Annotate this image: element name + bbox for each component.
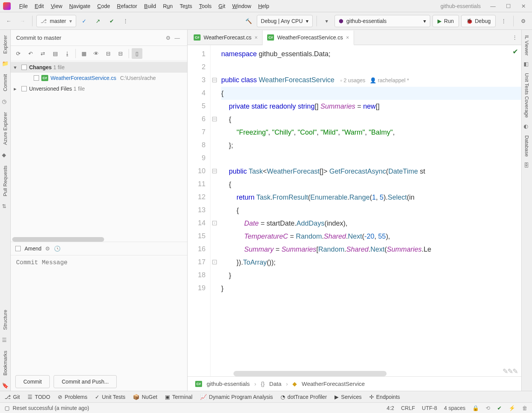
- cursor-position[interactable]: 4:2: [387, 405, 394, 411]
- settings-button[interactable]: ⚙: [517, 15, 529, 27]
- tool-dpa[interactable]: 📈Dynamic Program Analysis: [200, 394, 273, 400]
- changelist-button[interactable]: ▤: [50, 48, 60, 59]
- panel-settings-button[interactable]: ⚙: [163, 33, 173, 42]
- amend-checkbox[interactable]: [15, 246, 21, 251]
- commit-message-input[interactable]: [16, 259, 182, 369]
- history-icon[interactable]: 🕓: [54, 246, 60, 252]
- tool-problems[interactable]: ⊘Problems: [58, 394, 87, 400]
- more-run-button[interactable]: ⋮: [498, 15, 509, 27]
- tool-unit-tests-coverage[interactable]: Unit Tests Coverage: [523, 69, 530, 122]
- collapse-button[interactable]: ⊟: [115, 48, 126, 59]
- tool-structure[interactable]: Structure: [2, 306, 9, 334]
- encoding[interactable]: UTF-8: [422, 405, 437, 411]
- menu-git[interactable]: Git: [215, 2, 228, 10]
- menu-tools[interactable]: Tools: [196, 2, 215, 10]
- tool-il-viewer[interactable]: IL Viewer: [523, 31, 530, 59]
- group-button[interactable]: ▦: [78, 48, 89, 59]
- tool-git[interactable]: ⎇Git: [5, 394, 20, 400]
- expand-button[interactable]: ⊟: [103, 48, 114, 59]
- vcs-more-button[interactable]: ⋮: [120, 15, 131, 27]
- tool-dottrace[interactable]: ◔dotTrace Profiler: [281, 394, 327, 400]
- tab-more-button[interactable]: ⋮: [508, 34, 521, 41]
- refresh-button[interactable]: ⟳: [13, 48, 24, 59]
- file-checkbox[interactable]: [34, 75, 39, 81]
- close-button[interactable]: ✕: [521, 3, 527, 9]
- tool-unit-tests[interactable]: ✓Unit Tests: [95, 394, 125, 400]
- show-diff-button[interactable]: ⇄: [38, 48, 48, 59]
- chevron-down-icon[interactable]: ▾: [14, 64, 19, 70]
- changes-checkbox[interactable]: [21, 65, 27, 70]
- tab-weatherforecast[interactable]: C# WeatherForecast.cs ×: [189, 30, 263, 45]
- menu-tests[interactable]: Tests: [176, 2, 195, 10]
- unversioned-checkbox[interactable]: [21, 86, 27, 91]
- pull-request-icon[interactable]: ⇅: [2, 203, 9, 210]
- debug-button[interactable]: 🐞 Debug: [461, 15, 496, 27]
- breadcrumb-class[interactable]: WeatherForecastService: [302, 380, 365, 387]
- menu-build[interactable]: Build: [141, 2, 159, 10]
- tool-explorer[interactable]: Explorer: [2, 31, 9, 57]
- build-button[interactable]: 🔨: [243, 15, 255, 27]
- run-target-button[interactable]: ▾: [321, 15, 332, 27]
- run-config[interactable]: ⬢ github-essentials ▾: [335, 15, 430, 27]
- branch-selector[interactable]: ⎇ master ▾: [36, 15, 76, 27]
- coverage-icon[interactable]: ◐: [524, 123, 530, 130]
- tool-database[interactable]: Database: [523, 132, 530, 161]
- panel-minimize-button[interactable]: —: [173, 33, 182, 42]
- editor-horizontal-scrollbar[interactable]: [233, 371, 387, 376]
- line-separator[interactable]: CRLF: [401, 405, 415, 411]
- menu-code[interactable]: Code: [94, 2, 113, 10]
- minimize-button[interactable]: —: [490, 3, 496, 9]
- sync-icon[interactable]: ⟲: [486, 405, 490, 411]
- tool-nuget[interactable]: 📦NuGet: [133, 394, 157, 400]
- commit-button[interactable]: Commit: [15, 375, 50, 388]
- changes-node[interactable]: ▾ Changes1 file: [11, 62, 187, 73]
- horizontal-scrollbar[interactable]: [12, 237, 104, 242]
- commit-icon[interactable]: ◷: [2, 98, 9, 105]
- menu-help[interactable]: Help: [255, 2, 272, 10]
- code-content[interactable]: namespace github_essentials.Data; public…: [218, 45, 521, 376]
- gear-icon[interactable]: ⚙: [45, 246, 50, 252]
- rollback-button[interactable]: ↶: [25, 48, 36, 59]
- pencil-icons[interactable]: ✎✎✎: [503, 367, 517, 376]
- close-tab-button[interactable]: ×: [346, 34, 349, 41]
- tool-terminal[interactable]: ▣Terminal: [165, 394, 193, 400]
- tool-azure[interactable]: Azure Explorer: [2, 108, 9, 149]
- commit-and-push-button[interactable]: Commit and Push...: [54, 375, 117, 388]
- run-button[interactable]: ▶ Run: [432, 15, 459, 27]
- database-icon[interactable]: 🗄: [524, 162, 530, 169]
- menu-navigate[interactable]: Navigate: [66, 2, 93, 10]
- shelve-button[interactable]: ⭳: [62, 48, 73, 59]
- chevron-right-icon[interactable]: ▸: [14, 86, 19, 92]
- tool-todo[interactable]: ☰TODO: [28, 394, 50, 400]
- il-icon[interactable]: ◧: [524, 61, 530, 68]
- tool-endpoints[interactable]: ✢Endpoints: [369, 394, 400, 400]
- tool-commit[interactable]: Commit: [2, 70, 9, 95]
- menu-edit[interactable]: Edit: [32, 2, 47, 10]
- changed-file-row[interactable]: C# WeatherForecastService.cs C:\Users\ra…: [11, 73, 187, 83]
- tool-pull-requests[interactable]: Pull Requests: [2, 162, 9, 200]
- menu-file[interactable]: File: [16, 2, 31, 10]
- indent[interactable]: 4 spaces: [444, 405, 465, 411]
- unversioned-node[interactable]: ▸ Unversioned Files1 file: [11, 83, 187, 94]
- breadcrumb-namespace[interactable]: Data: [269, 380, 282, 387]
- maximize-button[interactable]: ☐: [505, 3, 511, 9]
- inspection-ok-icon[interactable]: ✔: [512, 47, 518, 56]
- bookmark-icon[interactable]: 🔖: [2, 382, 9, 389]
- fold-gutter[interactable]: ⊟ ⊟ ⊟ ⊡ ⊡: [211, 45, 218, 376]
- tool-bookmarks[interactable]: Bookmarks: [2, 347, 9, 379]
- readonly-icon[interactable]: 🔒: [472, 405, 479, 411]
- vcs-update-button[interactable]: ✓: [78, 15, 90, 27]
- nav-forward-button[interactable]: →: [17, 15, 28, 27]
- menu-refactor[interactable]: Refactor: [114, 2, 140, 10]
- breadcrumb-root[interactable]: github-essentials: [207, 380, 250, 387]
- menu-view[interactable]: View: [48, 2, 65, 10]
- solution-config[interactable]: Debug | Any CPU ▾: [257, 15, 313, 27]
- code-editor[interactable]: 12345678910111213141516171819 ⊟ ⊟ ⊟ ⊡ ⊡ …: [188, 45, 521, 376]
- structure-icon[interactable]: ☰: [2, 337, 9, 344]
- vcs-push-button[interactable]: ↗: [92, 15, 104, 27]
- menu-window[interactable]: Window: [229, 2, 255, 10]
- close-tab-button[interactable]: ×: [255, 34, 258, 41]
- nav-back-button[interactable]: ←: [3, 15, 15, 27]
- preview-button[interactable]: ▯: [132, 48, 142, 59]
- menu-run[interactable]: Run: [160, 2, 176, 10]
